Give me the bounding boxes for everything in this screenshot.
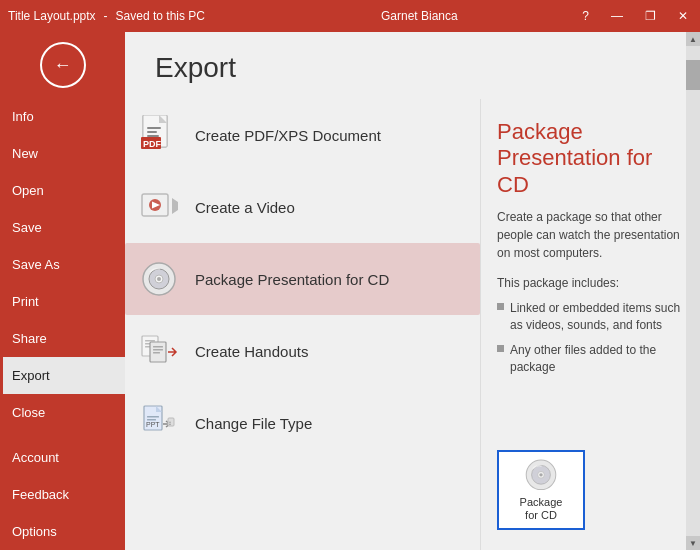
filetype-label: Change File Type: [195, 415, 312, 432]
sidebar-item-label: Share: [12, 331, 47, 346]
cd-icon-list: [139, 259, 179, 299]
svg-rect-23: [153, 352, 160, 354]
back-button[interactable]: ←: [40, 42, 86, 88]
export-item-handouts[interactable]: Create Handouts: [125, 315, 480, 387]
title-bar-center: Title Layout.pptx - Saved to this PC Gar…: [8, 9, 458, 23]
sidebar-item-label: Options: [12, 524, 57, 539]
export-item-pdf[interactable]: PDF Create PDF/XPS Document: [125, 99, 480, 171]
back-icon: ←: [54, 55, 72, 76]
sidebar-item-share[interactable]: Share: [0, 320, 125, 357]
export-item-video[interactable]: Create a Video: [125, 171, 480, 243]
sidebar-item-info[interactable]: Info: [0, 98, 125, 135]
detail-includes-title: This package includes:: [497, 276, 684, 290]
export-item-filetype[interactable]: PPT ↕ Change File Type: [125, 387, 480, 459]
handouts-icon: [139, 331, 179, 371]
sidebar-item-label: Account: [12, 450, 59, 465]
svg-point-15: [157, 277, 161, 281]
sidebar-item-new[interactable]: New: [0, 135, 125, 172]
cd-preview-box[interactable]: Packagefor CD: [497, 450, 585, 530]
svg-point-34: [539, 473, 542, 476]
sidebar-spacer: [0, 431, 125, 439]
filename-label: Title Layout.pptx: [8, 9, 96, 23]
sidebar-bottom: Account Feedback Options: [0, 439, 125, 550]
pdf-icon: PDF: [139, 115, 179, 155]
cd-label: Package Presentation for CD: [195, 271, 389, 288]
sidebar-item-label: Export: [12, 368, 50, 383]
pdf-label: Create PDF/XPS Document: [195, 127, 381, 144]
title-bar-controls: ? — ❐ ✕: [578, 7, 692, 25]
app-body: ← Info New Open Save Save As Print Share…: [0, 32, 700, 550]
scroll-down-button[interactable]: ▼: [686, 536, 700, 550]
export-item-cd[interactable]: Package Presentation for CD: [125, 243, 480, 315]
sidebar-item-save[interactable]: Save: [0, 209, 125, 246]
saved-status-label: Saved to this PC: [116, 9, 205, 23]
sidebar-item-label: Print: [12, 294, 39, 309]
close-button[interactable]: ✕: [674, 7, 692, 25]
filetype-icon: PPT ↕: [139, 403, 179, 443]
bullet-icon: [497, 303, 504, 310]
help-button[interactable]: ?: [578, 7, 593, 25]
svg-rect-3: [147, 127, 161, 129]
detail-list-item: Linked or embedded items such as videos,…: [497, 300, 684, 334]
sidebar-item-label: Close: [12, 405, 45, 420]
sidebar-item-label: Feedback: [12, 487, 69, 502]
svg-rect-21: [153, 346, 163, 348]
detail-list-item: Any other files added to the package: [497, 342, 684, 376]
detail-title: Package Presentation for CD: [497, 119, 684, 198]
detail-list-item-text: Linked or embedded items such as videos,…: [510, 300, 684, 334]
svg-text:↕: ↕: [169, 420, 172, 426]
svg-text:PDF: PDF: [143, 139, 162, 149]
page-title: Export: [125, 32, 700, 99]
svg-rect-17: [145, 340, 155, 342]
sidebar-item-account[interactable]: Account: [0, 439, 125, 476]
cd-preview-label: Packagefor CD: [520, 496, 563, 522]
main-row: PDF Create PDF/XPS Document: [125, 99, 700, 550]
detail-panel: Package Presentation for CD Create a pac…: [480, 99, 700, 550]
sidebar-item-open[interactable]: Open: [0, 172, 125, 209]
sidebar-item-label: Info: [12, 109, 34, 124]
cd-preview-icon: [522, 458, 560, 492]
detail-list-item-text: Any other files added to the package: [510, 342, 684, 376]
sidebar-item-options[interactable]: Options: [0, 513, 125, 550]
bullet-icon: [497, 345, 504, 352]
sidebar-item-print[interactable]: Print: [0, 283, 125, 320]
title-bar: Title Layout.pptx - Saved to this PC Gar…: [0, 0, 700, 32]
detail-description: Create a package so that other people ca…: [497, 208, 684, 262]
handouts-label: Create Handouts: [195, 343, 308, 360]
sidebar-item-label: New: [12, 146, 38, 161]
main-content: Export PDF: [125, 32, 700, 550]
svg-rect-5: [147, 135, 159, 137]
sidebar-item-export[interactable]: Export: [0, 357, 125, 394]
scrollbar-track: ▲ ▼: [686, 99, 700, 550]
video-label: Create a Video: [195, 199, 295, 216]
sidebar-item-close[interactable]: Close: [0, 394, 125, 431]
export-items-col: PDF Create PDF/XPS Document: [125, 99, 480, 550]
sidebar-item-save-as[interactable]: Save As: [0, 246, 125, 283]
sidebar-item-feedback[interactable]: Feedback: [0, 476, 125, 513]
sidebar-item-label: Save: [12, 220, 42, 235]
sidebar-item-label: Save As: [12, 257, 60, 272]
svg-rect-22: [153, 349, 163, 351]
sidebar: ← Info New Open Save Save As Print Share…: [0, 32, 125, 550]
sidebar-item-label: Open: [12, 183, 44, 198]
separator-label: -: [104, 9, 108, 23]
svg-text:PPT: PPT: [146, 421, 160, 428]
minimize-button[interactable]: —: [607, 7, 627, 25]
svg-rect-26: [147, 416, 159, 418]
user-label: Garnet Bianca: [381, 9, 458, 23]
video-icon: [139, 187, 179, 227]
svg-rect-4: [147, 131, 157, 133]
maximize-button[interactable]: ❐: [641, 7, 660, 25]
detail-list: Linked or embedded items such as videos,…: [497, 300, 684, 383]
svg-marker-9: [172, 198, 178, 214]
